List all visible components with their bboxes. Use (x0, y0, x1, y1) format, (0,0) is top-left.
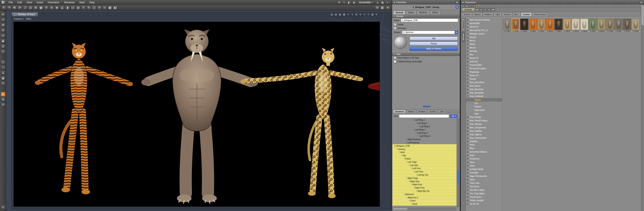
tree-row-selected[interactable]: └ Left Foot (392, 167, 456, 170)
panel-menu-icon[interactable]: ▤ (640, 1, 642, 4)
thumbnail-image[interactable] (572, 19, 580, 30)
content-tree-row[interactable]: ▶ Thark-Tark (466, 181, 502, 185)
tree-row[interactable]: └ Left Pectoral (392, 141, 456, 144)
move-tool-icon[interactable]: ✥ (12, 6, 17, 10)
thumbnail-image[interactable] (512, 19, 520, 30)
expand-arrow-icon[interactable]: ▶ (467, 116, 470, 118)
lit-wireframe-mode-icon[interactable]: ▥ (334, 13, 338, 16)
menu-animation[interactable]: Animation (46, 0, 62, 5)
object-menu-dropdown[interactable]: ▾ (456, 6, 458, 9)
spotlight-icon[interactable]: ◐ (102, 6, 107, 10)
expand-arrow-icon[interactable]: ▶ (467, 162, 470, 163)
preview-icon[interactable]: ◉ (352, 1, 356, 4)
step-back-icon[interactable]: ◀ (480, 8, 483, 11)
viewport-title-tab[interactable]: 3DView of Doc1 (12, 13, 38, 17)
tree-row-selected[interactable]: └ Right Thigh (392, 176, 456, 180)
undo-icon[interactable]: ↶ (2, 6, 6, 10)
workspace-icon[interactable]: ❖ (338, 1, 341, 4)
apply-to-children-button[interactable]: Apply to children (410, 47, 458, 51)
content-tree-row[interactable]: ▶ Raw_Bacon (466, 84, 502, 88)
thumbnail-image[interactable] (606, 19, 614, 30)
tree-row-selected[interactable]: └ Pelvis (392, 157, 456, 160)
preset-button[interactable]: Preset (410, 42, 458, 46)
camera-tool-icon[interactable]: ▣ (1, 39, 5, 43)
axis-icon[interactable]: ✛ (44, 6, 48, 10)
thumbnail-image[interactable] (520, 19, 528, 30)
cone-primitive-icon[interactable]: ▲ (60, 6, 64, 10)
shader-preview-sphere[interactable] (394, 36, 407, 49)
visible-checkbox[interactable]: ✔ (394, 23, 396, 26)
sequencer-header[interactable]: ◆ Sequencer ▤ (461, 0, 644, 5)
view-section-header[interactable]: ▼ View (392, 53, 460, 56)
track-list-icon[interactable]: ▤ (465, 5, 468, 7)
panel-collapse-icon[interactable]: ◆ (462, 1, 464, 3)
content-tree-row[interactable]: Panther (466, 105, 502, 108)
stop-icon[interactable]: ■ (484, 8, 487, 11)
tree-row-selected[interactable]: └ Right Foot (392, 183, 456, 186)
direct-select-tool-icon[interactable]: ◇ (1, 18, 5, 22)
content-thumbnail[interactable]: 4_F.Jagua (606, 19, 614, 32)
content-tree-row[interactable]: ▶ Raw_VictorianMan (466, 136, 502, 140)
render-icon[interactable]: ◧ (113, 6, 118, 10)
vertex-object-icon[interactable]: ⬡ (92, 6, 96, 10)
content-tree-row[interactable]: ▶ Raw_BeastMan (466, 91, 502, 95)
expand-arrow-icon[interactable]: ▶ (467, 47, 470, 49)
thumbnail-image[interactable] (589, 19, 597, 30)
target-icon[interactable]: ⌖ (363, 13, 366, 16)
expand-arrow-icon[interactable]: ▶ (467, 40, 470, 42)
content-tree-row[interactable]: ▶ Morphs (466, 36, 502, 39)
menu-view[interactable]: View (24, 0, 34, 5)
tree-row-selected[interactable]: └ Left Shin (392, 164, 456, 167)
content-tree-row[interactable]: ▶ Samantha-Odature (466, 150, 502, 154)
zoom-tool-icon[interactable]: ⊙ (1, 34, 5, 38)
content-thumbnail[interactable]: 1_MJagu (512, 19, 520, 32)
expand-arrow-icon[interactable]: ▶ (467, 193, 470, 194)
chevron-down-icon[interactable]: ▼ (455, 31, 458, 34)
expand-arrow-icon[interactable]: ▶ (467, 78, 470, 80)
render-room-icon[interactable]: ◧ (347, 1, 351, 4)
camera-selector[interactable]: Camera 1 (14, 18, 24, 20)
sphere-primitive-icon[interactable]: ● (49, 6, 54, 10)
content-tree-row[interactable]: ▶ Neo (466, 53, 502, 56)
cube-primitive-icon[interactable]: ■ (55, 6, 59, 10)
content-tree-row[interactable]: ▶ Mouse (466, 46, 502, 49)
sabertooth-character[interactable] (141, 29, 258, 204)
content-tree-row[interactable]: ▶ Popsbawa (466, 70, 502, 74)
content-thumbnail[interactable]: 2_Jaguar (580, 19, 588, 32)
fit-view-icon[interactable]: ⤢ (367, 13, 370, 16)
scrollbar-thumb[interactable] (393, 208, 407, 210)
show-object-checkbox[interactable]: ✔ (394, 57, 396, 59)
tree-row-selected[interactable]: └ Genesis (392, 147, 456, 151)
expand-arrow-icon[interactable]: ▶ (467, 120, 470, 122)
panel-divider-handle[interactable] (423, 106, 430, 107)
cylinder-primitive-icon[interactable]: ▮ (65, 6, 70, 10)
orbit-tool-icon[interactable]: ⟳ (1, 28, 5, 33)
expand-arrow-icon[interactable]: ▶ (467, 148, 470, 149)
current-tool-icon[interactable]: ● (1, 92, 5, 96)
content-tree-row[interactable]: ▶ Morris (466, 39, 502, 43)
expand-arrow-icon[interactable]: ▼ (467, 96, 470, 97)
expand-arrow-icon[interactable]: ▶ (467, 186, 470, 187)
properties-tab[interactable]: Effects (430, 11, 440, 14)
tree-horizontal-scrollbar[interactable] (392, 207, 456, 210)
find-filter-dropdown[interactable]: All ▾ (450, 115, 458, 118)
expand-arrow-icon[interactable]: ▶ (467, 30, 470, 31)
general-section-header[interactable]: ▼ General (392, 15, 460, 18)
content-tree-row[interactable]: ▶ SickleFuse (466, 157, 502, 160)
properties-tab[interactable]: Modifiers (417, 11, 430, 14)
content-tree-row[interactable]: ▶ Pin-Up Girl-Jabba (466, 67, 502, 70)
tree-row[interactable]: └ Left Pinky 1 (392, 128, 456, 131)
instances-tab[interactable]: Objects (406, 110, 416, 113)
pan-tool-icon[interactable]: ✥ (1, 23, 5, 27)
refresh-icon[interactable]: ⟲ (375, 6, 380, 10)
content-tree-row[interactable]: Lion (466, 102, 502, 105)
properties-header[interactable]: ◆ Properties ▤ (392, 0, 460, 5)
toolbar-options-icon[interactable]: ▾ (386, 6, 390, 10)
expand-all-icon[interactable]: ⊞ (462, 5, 465, 7)
scene-canvas[interactable] (14, 22, 380, 206)
edit-mode-icon[interactable]: ✎ (342, 1, 346, 4)
browser-tab[interactable]: Misc. (512, 13, 520, 16)
content-tree-row[interactable]: ▶ Male-Dreamy Fantasy (466, 18, 502, 22)
menu-windows[interactable]: Windows (62, 0, 77, 5)
expand-arrow-icon[interactable]: ▶ (467, 137, 470, 139)
